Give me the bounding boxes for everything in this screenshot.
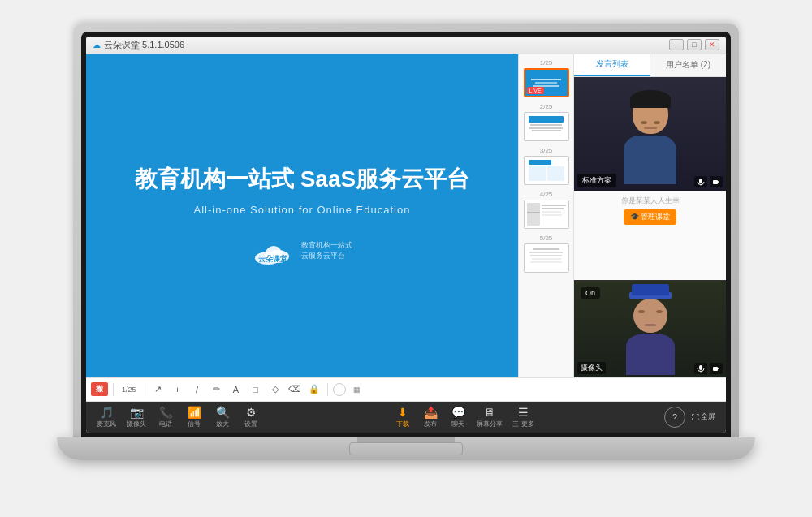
tab-user-list[interactable]: 用户名单 (2)	[650, 54, 726, 76]
thumb-5-number: 5/25	[540, 235, 553, 242]
svg-marker-11	[718, 367, 719, 370]
thumb-2-number: 2/25	[540, 103, 553, 110]
video-controls-2[interactable]	[694, 363, 723, 374]
more-icon: ☰	[518, 406, 529, 419]
slide-counter: 1/25	[119, 386, 140, 394]
fullscreen-button[interactable]: ⛶ 全屏	[688, 409, 719, 424]
separator-1	[113, 383, 114, 396]
video-ctrl-mic-1[interactable]	[694, 176, 707, 187]
laptop-wrapper: ☁ 云朵课堂 5.1.1.0506 ─ □ ✕ 教育机构一站式	[57, 24, 755, 494]
video-ctrl-cam-2[interactable]	[710, 363, 723, 374]
video-controls-1[interactable]	[694, 176, 723, 187]
thumbnail-4[interactable]: 4/25	[519, 189, 573, 230]
right-panel-tabs: 发言列表 用户名单 (2)	[574, 54, 726, 77]
screen-share-icon: 🖥	[484, 406, 495, 419]
download-label: 下载	[396, 420, 409, 429]
thumb-4-number: 4/25	[540, 191, 553, 198]
publish-button[interactable]: 📤 发布	[417, 403, 443, 431]
thumb-3-number: 3/25	[540, 147, 553, 154]
download-icon: ⬇	[398, 406, 408, 419]
zoom-button[interactable]: 🔍 放大	[209, 403, 235, 431]
logo-desc-1: 教育机构一站式	[301, 240, 352, 251]
chat-icon: 💬	[451, 406, 465, 419]
logo-desc-2: 云服务云平台	[301, 251, 352, 261]
thumb-live-badge: LIVE	[527, 87, 544, 94]
thumbnail-2[interactable]: 2/25	[519, 101, 573, 143]
settings-label: 设置	[244, 420, 257, 429]
thumbnail-3[interactable]: 3/25	[519, 145, 573, 187]
right-panel: 发言列表 用户名单 (2)	[573, 54, 726, 377]
publish-label: 发布	[424, 420, 437, 429]
zoom-label: 放大	[216, 420, 229, 429]
slide-content: 教育机构一站式 SaaS服务云平台 All-in-one Solution fo…	[119, 149, 486, 282]
tab-speaker-list[interactable]: 发言列表	[574, 54, 650, 76]
more-label: 三 更多	[512, 420, 533, 429]
camera-label: 摄像头	[127, 420, 146, 429]
mic-button[interactable]: 🎵 麦克风	[93, 403, 120, 431]
chat-button[interactable]: 💬 聊天	[445, 403, 471, 431]
camera-icon: 📷	[130, 406, 144, 419]
manage-class-button[interactable]: 🎓 管理课堂	[624, 209, 677, 225]
phone-button[interactable]: 📞 电话	[153, 403, 179, 431]
thumb-1-number: 1/25	[540, 59, 553, 67]
thumbnail-5[interactable]: 5/25	[519, 233, 573, 274]
signal-icon: 📶	[188, 406, 201, 419]
app-title: 云朵课堂 5.1.1.0506	[104, 39, 184, 51]
on-badge: On	[581, 287, 600, 299]
draw-extra[interactable]: ▦	[349, 381, 365, 398]
thumb-5-slide[interactable]	[524, 243, 569, 273]
laptop-bezel: ☁ 云朵课堂 5.1.1.0506 ─ □ ✕ 教育机构一站式	[81, 32, 731, 437]
drawing-toolbar: 撤 1/25 ↗ + / ✏ A □ ◇ ⌫ 🔒 ▦	[86, 377, 726, 402]
manage-icon: 🎓	[630, 213, 641, 221]
fullscreen-label: 全屏	[701, 411, 715, 422]
close-button[interactable]: ✕	[705, 39, 719, 50]
minimize-button[interactable]: ─	[669, 39, 684, 50]
svg-marker-7	[718, 180, 719, 183]
more-button[interactable]: ☰ 三 更多	[508, 403, 538, 431]
title-bar-controls[interactable]: ─ □ ✕	[669, 39, 719, 50]
separator-2	[145, 383, 145, 396]
title-bar-left: ☁ 云朵课堂 5.1.1.0506	[93, 39, 184, 51]
thumb-1-slide[interactable]: LIVE	[524, 68, 569, 97]
tool-pen[interactable]: ✏	[209, 381, 225, 398]
video-ctrl-cam-1[interactable]	[710, 176, 723, 187]
screen-share-button[interactable]: 🖥 屏幕分享	[473, 403, 507, 431]
svg-rect-10	[713, 367, 718, 371]
video-ctrl-mic-2[interactable]	[694, 363, 707, 374]
video-feed-bottom: On 摄像头	[574, 280, 726, 377]
chat-message-area: 你是某某人人生幸 🎓 管理课堂	[574, 191, 726, 280]
video-label-2: 摄像头	[577, 362, 606, 374]
tool-cursor[interactable]: ↗	[150, 381, 166, 398]
mic-icon: 🎵	[100, 406, 114, 419]
logo-group: 云朵课堂 教育机构一站式 云服务云平台	[252, 240, 352, 266]
settings-button[interactable]: ⚙ 设置	[238, 403, 264, 431]
tool-text[interactable]: A	[228, 381, 244, 398]
video-name-tag-1: 标准方案	[577, 174, 616, 187]
tool-color-white[interactable]	[333, 383, 346, 396]
thumb-4-slide[interactable]	[524, 200, 569, 229]
thumb-3-slide[interactable]	[524, 156, 569, 185]
download-button[interactable]: ⬇ 下载	[390, 403, 416, 431]
manage-label: 管理课堂	[641, 213, 670, 221]
tool-diamond[interactable]: ◇	[267, 381, 283, 398]
svg-rect-4	[699, 179, 702, 183]
thumb-2-slide[interactable]	[524, 112, 569, 141]
tool-line[interactable]: /	[189, 381, 205, 398]
laptop-screen-outer: ☁ 云朵课堂 5.1.1.0506 ─ □ ✕ 教育机构一站式	[73, 24, 739, 437]
undo-button[interactable]: 撤	[91, 382, 108, 396]
maximize-button[interactable]: □	[687, 39, 702, 50]
screen-share-label: 屏幕分享	[477, 420, 503, 429]
tool-rect[interactable]: □	[248, 381, 264, 398]
tool-eraser[interactable]: ⌫	[287, 381, 303, 398]
tool-lock[interactable]: 🔒	[306, 381, 322, 398]
logo-svg: 云朵课堂	[252, 240, 296, 266]
signal-button[interactable]: 📶 信号	[181, 403, 207, 431]
help-button[interactable]: ?	[664, 407, 685, 428]
tool-add[interactable]: +	[170, 381, 186, 398]
title-bar: ☁ 云朵课堂 5.1.1.0506 ─ □ ✕	[86, 37, 726, 54]
mic-label: 麦克风	[97, 420, 116, 429]
chat-system-msg: 你是某某人人生幸	[579, 196, 721, 206]
thumbnail-1[interactable]: 1/25 LIVE	[519, 58, 573, 99]
slide-main-title: 教育机构一站式 SaaS服务云平台	[135, 165, 469, 194]
camera-button[interactable]: 📷 摄像头	[123, 403, 150, 431]
